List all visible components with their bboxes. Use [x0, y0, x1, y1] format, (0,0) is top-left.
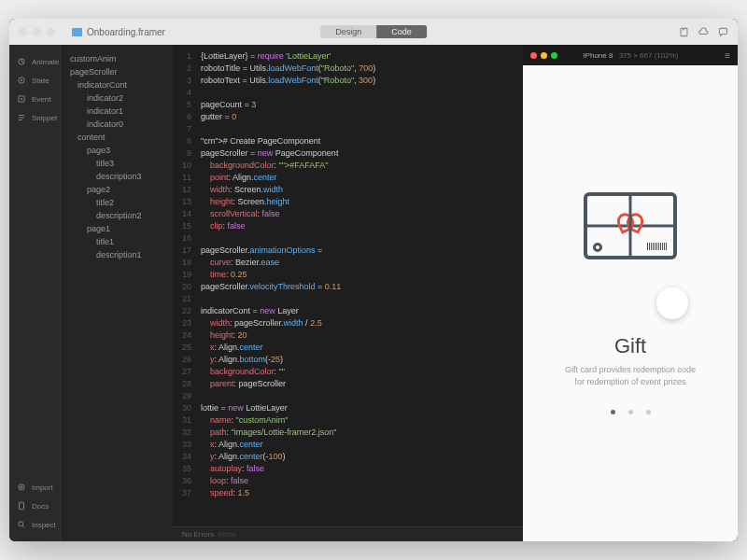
preview-zoom[interactable] — [551, 52, 557, 59]
rail-docs[interactable]: Docs — [9, 497, 60, 515]
gift-title: Gift — [614, 334, 646, 358]
tab-code[interactable]: Code — [376, 25, 427, 38]
tree-indicatorCont[interactable]: indicatorCont — [61, 78, 173, 91]
tree-description3[interactable]: description3 — [61, 170, 173, 183]
page-dot-1[interactable] — [628, 410, 633, 414]
tree-description2[interactable]: description2 — [61, 209, 173, 222]
tree-title2[interactable]: title2 — [61, 196, 173, 209]
filename-text: Onboarding.framer — [87, 27, 165, 37]
preview-traffic — [530, 52, 557, 59]
gift-description: Gift card provides redemption code for r… — [565, 364, 696, 387]
preview-header: iPhone 8 375 × 667 (102%) ≡ — [523, 45, 738, 65]
folder-icon — [72, 28, 82, 36]
line-gutter: 1234567891011121314151617181920212223242… — [173, 45, 197, 526]
preview-device-label: iPhone 8 375 × 667 (102%) — [584, 51, 679, 60]
app-window: Onboarding.framer Design Code AnimateSta… — [9, 19, 738, 541]
side-rail: AnimateStateEventSnippet ImportDocsInspe… — [9, 45, 61, 541]
chat-icon[interactable] — [718, 27, 728, 37]
tree-page3[interactable]: page3 — [61, 144, 173, 157]
close-dot[interactable] — [19, 28, 27, 36]
rail-event[interactable]: Event — [9, 90, 60, 108]
code-area[interactable]: 1234567891011121314151617181920212223242… — [173, 45, 523, 526]
filename: Onboarding.framer — [72, 27, 165, 37]
svg-point-8 — [19, 522, 23, 526]
body: AnimateStateEventSnippet ImportDocsInspe… — [9, 45, 738, 541]
preview-min[interactable] — [541, 52, 547, 59]
zoom-dot[interactable] — [47, 28, 55, 36]
page-dot-2[interactable] — [646, 410, 651, 414]
rail-animate[interactable]: Animate — [9, 52, 60, 71]
svg-point-3 — [21, 79, 21, 80]
circle-icon — [593, 243, 602, 252]
tree-pageScroller[interactable]: pageScroller — [61, 65, 173, 78]
code-content[interactable]: {LottieLayer} = require 'LottieLayer'rob… — [197, 45, 383, 526]
phone-canvas[interactable]: Gift Gift card provides redemption code … — [523, 65, 738, 541]
status-errors: No Errors — [182, 530, 214, 539]
bow-icon — [619, 213, 641, 228]
tree-indicator1[interactable]: indicator1 — [61, 105, 173, 118]
rail-snippet[interactable]: Snippet — [9, 108, 60, 127]
svg-rect-7 — [20, 502, 24, 510]
tab-design[interactable]: Design — [320, 25, 376, 38]
minimize-dot[interactable] — [33, 28, 41, 36]
layer-tree[interactable]: customAnimpageScrollerindicatorContindic… — [61, 45, 173, 541]
page-indicators — [611, 410, 651, 414]
tree-customAnim[interactable]: customAnim — [61, 52, 173, 65]
tree-content[interactable]: content — [61, 131, 173, 144]
titlebar: Onboarding.framer Design Code — [9, 19, 738, 45]
cloud-icon[interactable] — [698, 27, 709, 37]
rail-inspect[interactable]: Inspect — [9, 515, 60, 534]
mode-segment: Design Code — [320, 25, 427, 38]
slider-knob[interactable] — [656, 287, 688, 319]
traffic-lights — [19, 28, 55, 36]
page-dot-0[interactable] — [611, 410, 615, 414]
status-bar: No Errors 68ms — [173, 526, 523, 541]
preview-panel: iPhone 8 375 × 667 (102%) ≡ Gift Gift ca… — [523, 45, 738, 541]
svg-point-5 — [21, 98, 21, 99]
preview-close[interactable] — [530, 52, 537, 59]
hamburger-icon[interactable]: ≡ — [725, 50, 730, 61]
device-icon[interactable] — [679, 27, 689, 37]
tree-title1[interactable]: title1 — [61, 235, 173, 248]
status-time: 68ms — [218, 530, 236, 539]
tree-indicator0[interactable]: indicator0 — [61, 118, 173, 131]
barcode-icon — [647, 243, 668, 250]
rail-import[interactable]: Import — [9, 478, 60, 497]
code-editor: 1234567891011121314151617181920212223242… — [173, 45, 523, 541]
tree-page2[interactable]: page2 — [61, 183, 173, 196]
tree-indicator2[interactable]: indicator2 — [61, 91, 173, 105]
tree-page1[interactable]: page1 — [61, 222, 173, 235]
rail-state[interactable]: State — [9, 71, 60, 90]
titlebar-actions — [679, 27, 728, 37]
tree-title3[interactable]: title3 — [61, 157, 173, 170]
gift-card-illustration — [584, 192, 677, 259]
tree-description1[interactable]: description1 — [61, 248, 173, 261]
